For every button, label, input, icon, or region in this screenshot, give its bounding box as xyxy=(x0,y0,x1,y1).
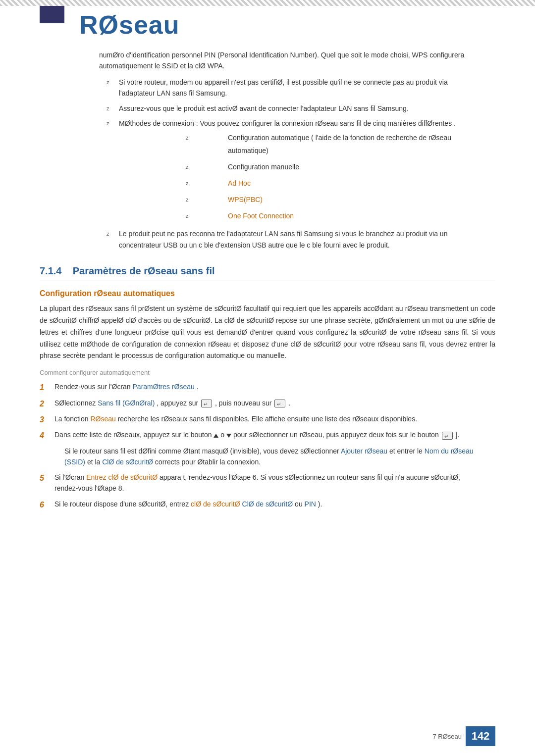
intro-paragraph: numØro d'identification personnel PIN (P… xyxy=(40,50,495,72)
page-title: RØseau xyxy=(79,10,180,40)
step-num-3: 3 xyxy=(40,413,44,426)
footer-label: 7 RØseau xyxy=(432,733,462,740)
link-params-reseau: ParamØtres rØseau xyxy=(133,383,195,391)
footer: 7 RØseau 142 xyxy=(432,726,495,746)
link-pin: PIN xyxy=(305,500,316,508)
link-ajouter-reseau: Ajouter rØseau xyxy=(341,447,387,455)
main-content: numØro d'identification personnel PIN (P… xyxy=(40,50,495,726)
step-5: 5 Si l'Øcran Entrez clØ de sØcuritØ appa… xyxy=(40,472,495,494)
step-num-4: 4 xyxy=(40,429,44,442)
step-num-1: 1 xyxy=(40,381,44,394)
step-3: 3 La fonction RØseau recherche les rØsea… xyxy=(40,413,495,424)
sub-list-item-onefoot: One Foot Connection xyxy=(119,210,476,222)
body-paragraph: La plupart des rØseaux sans fil prØstent… xyxy=(40,303,495,362)
top-decoration-bar xyxy=(0,0,535,6)
enter-icon-3 xyxy=(442,432,453,440)
section-heading-714: 7.1.4 Paramètres de rØseau sans fil xyxy=(40,265,495,277)
list-item: Assurez-vous que le produit est activØ a… xyxy=(40,103,495,114)
step-4-indent: Si le routeur sans fil est dØfini comme … xyxy=(40,446,495,468)
sub-list-item-adhoc: Ad Hoc xyxy=(119,177,476,190)
enter-icon-2 xyxy=(274,400,285,407)
step-num-5: 5 xyxy=(40,472,44,485)
list-item: Si votre routeur, modem ou appareil n'es… xyxy=(40,77,495,99)
step-6: 6 Si le routeur dispose d'une sØcuritØ, … xyxy=(40,499,495,509)
enter-icon-1 xyxy=(201,400,212,407)
step-4: 4 Dans cette liste de rØseaux, appuyez s… xyxy=(40,429,495,440)
link-cle-sec-1: clØ de sØcuritØ xyxy=(191,500,240,508)
sub-section-heading: Configuration rØseau automatiques xyxy=(40,289,495,298)
steps-list-cont: 5 Si l'Øcran Entrez clØ de sØcuritØ appa… xyxy=(40,472,495,510)
step-num-6: 6 xyxy=(40,499,44,511)
step-2: 2 SØlectionnez Sans fil (GØnØral) , appu… xyxy=(40,398,495,408)
link-cle-securite: ClØ de sØcuritØ xyxy=(102,458,153,466)
link-reseau: RØseau xyxy=(90,415,115,423)
sub-list-item: Configuration automatique ( l'aide de la… xyxy=(119,132,476,156)
list-item-last: Le produit peut ne pas reconna tre l'ada… xyxy=(40,228,495,251)
bullet-list: Si votre routeur, modem ou appareil n'es… xyxy=(40,77,495,223)
sub-list-item-wps: WPS(PBC) xyxy=(119,194,476,206)
last-bullet-list: Le produit peut ne pas reconna tre l'ada… xyxy=(40,228,495,251)
sub-list: Configuration automatique ( l'aide de la… xyxy=(119,132,476,222)
step-num-2: 2 xyxy=(40,398,44,410)
section-divider xyxy=(40,281,495,281)
link-entrez-cle: Entrez clØ de sØcuritØ xyxy=(86,473,158,481)
step-1: 1 Rendez-vous sur l'Øcran ParamØtres rØs… xyxy=(40,381,495,392)
steps-list: 1 Rendez-vous sur l'Øcran ParamØtres rØs… xyxy=(40,381,495,441)
list-item: MØthodes de connexion : Vous pouvez conf… xyxy=(40,118,495,223)
link-sans-fil: Sans fil (GØnØral) xyxy=(98,399,155,407)
blue-accent-square xyxy=(40,6,64,23)
page: RØseau numØro d'identification personnel… xyxy=(0,0,535,756)
link-cle-sec-2: ClØ de sØcuritØ xyxy=(242,500,293,508)
triangle-up-icon xyxy=(214,434,218,438)
sub-list-item: Configuration manuelle xyxy=(119,161,476,173)
how-to-label: Comment configurer automatiquement xyxy=(40,369,495,376)
triangle-down-icon xyxy=(226,434,231,438)
footer-page-number: 142 xyxy=(466,726,495,746)
